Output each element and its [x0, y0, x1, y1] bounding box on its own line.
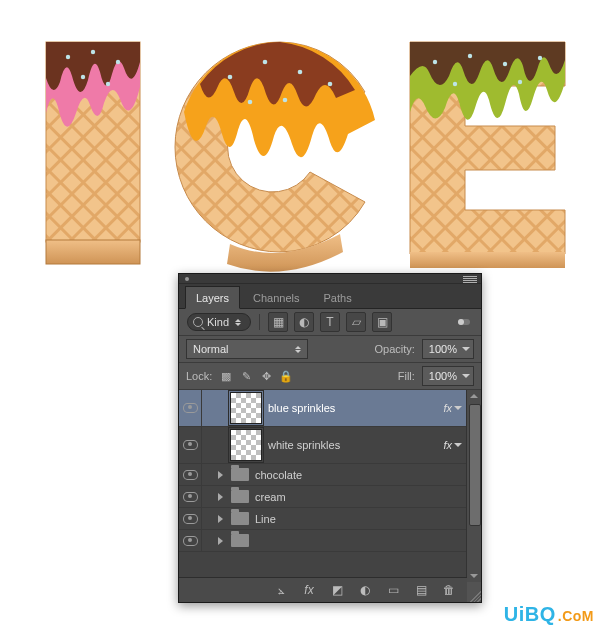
- blend-mode-dropdown[interactable]: Normal: [186, 339, 308, 359]
- filter-toggle-switch-icon[interactable]: [455, 313, 473, 331]
- glyph-i: [38, 22, 148, 272]
- svg-point-13: [328, 82, 333, 87]
- layer-row[interactable]: cream: [179, 486, 466, 508]
- layer-thumbnail[interactable]: [230, 429, 262, 461]
- layer-row[interactable]: blue sprinkles fx: [179, 390, 466, 427]
- new-layer-icon[interactable]: ▤: [413, 582, 429, 598]
- chevron-down-icon: [462, 374, 470, 378]
- layer-row[interactable]: Line: [179, 508, 466, 530]
- filter-pixel-icon[interactable]: ▦: [268, 312, 288, 332]
- chevron-down-icon: [454, 406, 462, 410]
- chevron-down-icon: [462, 347, 470, 351]
- layer-row[interactable]: white sprinkles fx: [179, 427, 466, 464]
- svg-point-21: [453, 82, 457, 86]
- layer-row[interactable]: [179, 530, 466, 552]
- separator: [259, 314, 260, 330]
- svg-point-9: [106, 82, 110, 86]
- visibility-eye-icon[interactable]: [183, 514, 198, 524]
- svg-point-22: [518, 80, 522, 84]
- blend-opacity-row: Normal Opacity: 100%: [179, 336, 481, 363]
- vertical-scrollbar[interactable]: [466, 390, 481, 582]
- lock-image-icon[interactable]: ✎: [239, 369, 253, 383]
- svg-point-14: [248, 100, 253, 105]
- fill-input[interactable]: 100%: [422, 366, 474, 386]
- layer-row[interactable]: chocolate: [179, 464, 466, 486]
- scroll-down-icon[interactable]: [467, 570, 481, 582]
- visibility-eye-icon[interactable]: [183, 536, 198, 546]
- svg-rect-16: [410, 252, 565, 268]
- watermark-brand: UiBQ: [504, 603, 556, 626]
- svg-point-5: [66, 55, 70, 59]
- layers-list: blue sprinkles fx white sprinkles fx: [179, 390, 481, 582]
- disclosure-triangle-icon[interactable]: [218, 515, 223, 523]
- layer-name[interactable]: white sprinkles: [268, 439, 443, 451]
- disclosure-triangle-icon[interactable]: [218, 493, 223, 501]
- blend-mode-value: Normal: [193, 343, 228, 355]
- svg-point-6: [91, 50, 95, 54]
- svg-point-15: [283, 98, 288, 103]
- new-group-icon[interactable]: ▭: [385, 582, 401, 598]
- filter-shape-icon[interactable]: ▱: [346, 312, 366, 332]
- visibility-eye-icon[interactable]: [183, 440, 198, 450]
- lock-position-icon[interactable]: ✥: [259, 369, 273, 383]
- layer-name[interactable]: chocolate: [255, 469, 462, 481]
- fill-value: 100%: [429, 370, 457, 382]
- filter-type-icon[interactable]: T: [320, 312, 340, 332]
- lock-transparent-icon[interactable]: ▩: [219, 369, 233, 383]
- svg-point-19: [503, 62, 507, 66]
- glyph-e: [400, 22, 575, 272]
- layer-name[interactable]: cream: [255, 491, 462, 503]
- layer-name[interactable]: Line: [255, 513, 462, 525]
- panel-tabs: Layers Channels Paths: [179, 284, 481, 309]
- chevron-updown-icon: [293, 346, 303, 353]
- svg-point-7: [116, 60, 120, 64]
- chevron-down-icon: [454, 443, 462, 447]
- visibility-eye-icon[interactable]: [183, 492, 198, 502]
- layer-style-icon[interactable]: fx: [301, 582, 317, 598]
- svg-rect-4: [46, 240, 140, 264]
- tab-paths[interactable]: Paths: [313, 286, 363, 308]
- disclosure-triangle-icon[interactable]: [218, 471, 223, 479]
- filter-kind-dropdown[interactable]: Kind: [187, 313, 251, 331]
- new-adjustment-icon[interactable]: ◐: [357, 582, 373, 598]
- layer-name[interactable]: blue sprinkles: [268, 402, 443, 414]
- folder-icon: [231, 490, 249, 503]
- scroll-up-icon[interactable]: [467, 390, 481, 402]
- svg-point-11: [263, 60, 268, 65]
- layer-fx-indicator[interactable]: fx: [443, 439, 462, 451]
- lock-all-icon[interactable]: 🔒: [279, 369, 293, 383]
- lock-fill-row: Lock: ▩ ✎ ✥ 🔒 Fill: 100%: [179, 363, 481, 390]
- filter-adjustment-icon[interactable]: ◐: [294, 312, 314, 332]
- artwork-preview: [0, 0, 600, 290]
- opacity-label: Opacity:: [375, 343, 415, 355]
- watermark: UiBQ .CoM: [504, 603, 594, 626]
- tab-channels[interactable]: Channels: [242, 286, 310, 308]
- panel-titlebar[interactable]: [179, 274, 481, 284]
- scroll-thumb[interactable]: [469, 404, 481, 526]
- folder-icon: [231, 534, 249, 547]
- search-icon: [193, 317, 203, 327]
- disclosure-triangle-icon[interactable]: [218, 537, 223, 545]
- layer-fx-indicator[interactable]: fx: [443, 402, 462, 414]
- layers-bottom-bar: ⦛ fx ◩ ◐ ▭ ▤ 🗑: [179, 577, 467, 602]
- svg-point-10: [228, 75, 233, 80]
- delete-layer-icon[interactable]: 🗑: [441, 582, 457, 598]
- resize-grip-icon[interactable]: [467, 588, 481, 602]
- panel-menu-icon[interactable]: [463, 276, 477, 283]
- glyph-c: [170, 22, 380, 272]
- lock-label: Lock:: [186, 370, 212, 382]
- tab-layers[interactable]: Layers: [185, 286, 240, 309]
- opacity-input[interactable]: 100%: [422, 339, 474, 359]
- svg-point-17: [433, 60, 437, 64]
- collapse-dot-icon: [185, 277, 189, 281]
- visibility-eye-icon[interactable]: [183, 403, 198, 413]
- layer-mask-icon[interactable]: ◩: [329, 582, 345, 598]
- svg-point-12: [298, 70, 303, 75]
- link-layers-icon[interactable]: ⦛: [273, 582, 289, 598]
- visibility-eye-icon[interactable]: [183, 470, 198, 480]
- layer-filter-row: Kind ▦ ◐ T ▱ ▣: [179, 309, 481, 336]
- svg-point-24: [458, 319, 464, 325]
- filter-kind-label: Kind: [207, 316, 229, 328]
- layer-thumbnail[interactable]: [230, 392, 262, 424]
- filter-smart-icon[interactable]: ▣: [372, 312, 392, 332]
